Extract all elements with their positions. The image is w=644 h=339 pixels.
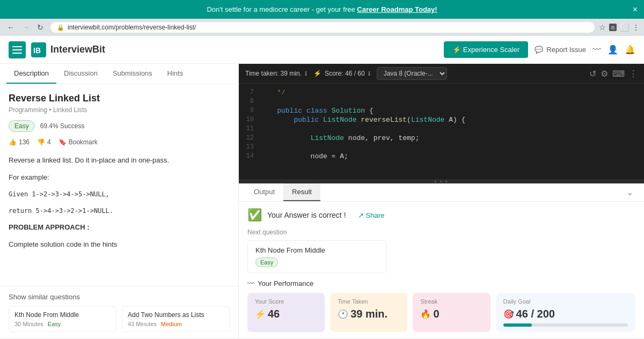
tab-output[interactable]: Output — [245, 183, 283, 201]
tab-description[interactable]: Description — [6, 64, 56, 84]
menu-icon[interactable]: ⋮ — [632, 23, 640, 32]
problem-content: Reverse Linked List Programming • Linked… — [0, 84, 238, 286]
back-button[interactable]: ← — [4, 22, 17, 33]
performance-section: 〰 Your Performance Your Score ⚡ 46 Ti — [247, 279, 635, 332]
next-card-badge: Easy — [255, 257, 278, 267]
svg-rect-2 — [12, 53, 22, 54]
clock-icon: 🕐 — [338, 309, 348, 319]
code-line: 14 node = A; — [239, 152, 644, 161]
panel-divider[interactable]: • • • — [239, 179, 644, 183]
bell-icon[interactable]: 🔔 — [625, 45, 635, 55]
time-card: Time Taken 🕐 39 min. — [330, 293, 407, 332]
goal-icon: 🎯 — [503, 309, 514, 319]
hamburger-icon[interactable] — [9, 41, 26, 58]
timer-text: Time taken: 39 min. — [245, 70, 302, 77]
more-button[interactable]: ⋮ — [629, 69, 638, 79]
time-value: 🕐 39 min. — [338, 308, 400, 320]
problem-meta: Programming • Linked Lists — [9, 106, 230, 114]
streak-value: 🔥 0 — [420, 308, 482, 320]
lightning-icon: ⚡ — [255, 309, 266, 319]
goal-bar-bg — [503, 323, 628, 327]
goal-card: Daily Goal 🎯 46 / 200 — [496, 293, 635, 332]
similar-card-2-title: Add Two Numbers as Lists — [128, 311, 224, 319]
like-button[interactable]: 👍 136 — [9, 138, 30, 146]
tab-hints[interactable]: Hints — [160, 64, 191, 84]
goal-progress — [503, 323, 628, 327]
difficulty-badge: Easy — [9, 120, 35, 132]
keyboard-button[interactable]: ⌨ — [612, 69, 625, 79]
navbar-left: IB InterviewBit — [9, 41, 105, 58]
code-line: 11 — [239, 124, 644, 134]
tab-result[interactable]: Result — [283, 183, 320, 201]
bookmark-button[interactable]: 🔖 Bookmark — [58, 138, 98, 146]
next-question-card[interactable]: Kth Node From Middle Easy — [247, 240, 387, 273]
banner-close[interactable]: × — [633, 5, 638, 14]
reset-button[interactable]: ↺ — [589, 69, 596, 79]
next-label: Next question — [247, 229, 635, 236]
activity-icon[interactable]: 〰 — [592, 45, 601, 55]
svg-rect-1 — [12, 49, 22, 50]
share-button[interactable]: ↗ Share — [358, 211, 385, 219]
score-label: Your Score — [255, 298, 317, 305]
logo-icon: IB — [31, 42, 46, 57]
forward-button[interactable]: → — [19, 22, 32, 33]
experience-scaler-button[interactable]: ⚡ Experience Scaler — [444, 41, 528, 58]
output-content: ✅ Your Answer is correct ! ↗ Share Next … — [239, 202, 644, 338]
n-icon: n — [609, 24, 617, 31]
top-banner: Don't settle for a mediocre career - get… — [0, 0, 644, 19]
star-icon[interactable]: ☆ — [599, 23, 606, 32]
bolt-icon: ⚡ — [313, 70, 321, 77]
banner-link[interactable]: Career Roadmap Today! — [357, 5, 437, 13]
logo-text: InterviewBit — [50, 44, 105, 55]
tab-discussion[interactable]: Discussion — [56, 64, 105, 84]
url-bar[interactable]: 🔒 interviewbit.com/problems/reverse-link… — [50, 22, 595, 33]
problem-title: Reverse Linked List — [9, 93, 230, 104]
goal-bar-fill — [503, 323, 532, 327]
settings-button[interactable]: ⚙ — [601, 69, 608, 79]
left-panel: Description Discussion Submissions Hints… — [0, 64, 239, 338]
navbar-right: ⚡ Experience Scaler 💬 Report Issue 〰 👤 🔔 — [444, 41, 635, 58]
score-info: ⚡ Score: 46 / 60 ℹ — [313, 70, 370, 77]
time-label: Time Taken — [338, 298, 400, 305]
timer-info-icon: ℹ — [305, 70, 307, 77]
code-line: 8 — [239, 97, 644, 106]
next-question: Next question Kth Node From Middle Easy — [247, 229, 635, 273]
user-icon[interactable]: 👤 — [608, 45, 618, 55]
refresh-button[interactable]: ↻ — [34, 22, 46, 33]
url-text: interviewbit.com/problems/reverse-linked… — [68, 24, 196, 31]
score-value: ⚡ 46 — [255, 308, 317, 320]
score-info-icon: ℹ — [368, 70, 370, 77]
logo[interactable]: IB InterviewBit — [31, 42, 105, 57]
output-panel: Output Result ⌄ ✅ Your Answer is correct… — [239, 183, 644, 338]
goal-value: 🎯 46 / 200 — [503, 308, 628, 320]
language-select[interactable]: Java 8 (Oracle-... Python3 C++ — [377, 67, 447, 80]
similar-card-2[interactable]: Add Two Numbers as Lists 43 Minutes Medi… — [122, 306, 230, 332]
code-line: 12 ListNode node, prev, temp; — [239, 134, 644, 143]
code-editor[interactable]: 7 */ 8 9 public class Solution { 10 publ… — [239, 84, 644, 179]
lock-icon: 🔒 — [57, 24, 64, 31]
window-icon[interactable]: ⬜ — [620, 23, 629, 32]
tab-submissions[interactable]: Submissions — [105, 64, 160, 84]
problem-description: Reverse a linked list. Do it in-place an… — [9, 154, 230, 250]
streak-card: Streak 🔥 0 — [413, 293, 490, 332]
score-card: Your Score ⚡ 46 — [247, 293, 325, 332]
browser-icons: ☆ n ⬜ ⋮ — [599, 23, 640, 32]
output-tabs: Output Result ⌄ — [239, 183, 644, 202]
banner-text: Don't settle for a mediocre career - get… — [207, 5, 357, 13]
score-text: Score: 46 / 60 — [325, 70, 365, 77]
performance-header: 〰 Your Performance — [247, 279, 635, 288]
expand-icon[interactable]: ⌄ — [622, 187, 638, 197]
answer-text: Your Answer is correct ! — [267, 211, 346, 219]
check-circle-icon: ✅ — [247, 208, 262, 222]
similar-card-1[interactable]: Kth Node From Middle 30 Minutes Easy — [9, 306, 116, 332]
dislike-button[interactable]: 👎 4 — [37, 138, 51, 146]
streak-label: Streak — [420, 298, 482, 305]
goal-label: Daily Goal — [503, 298, 628, 305]
browser-nav: ← → ↻ — [4, 22, 46, 33]
report-issue-button[interactable]: 💬 Report Issue — [535, 46, 586, 54]
similar-card-1-meta: 30 Minutes Easy — [14, 321, 111, 327]
similar-cards: Kth Node From Middle 30 Minutes Easy Add… — [9, 306, 230, 332]
reaction-row: 👍 136 👎 4 🔖 Bookmark — [9, 138, 230, 146]
browser-bar: ← → ↻ 🔒 interviewbit.com/problems/revers… — [0, 19, 644, 36]
code-line: 10 public ListNode reverseList(ListNode … — [239, 115, 644, 124]
